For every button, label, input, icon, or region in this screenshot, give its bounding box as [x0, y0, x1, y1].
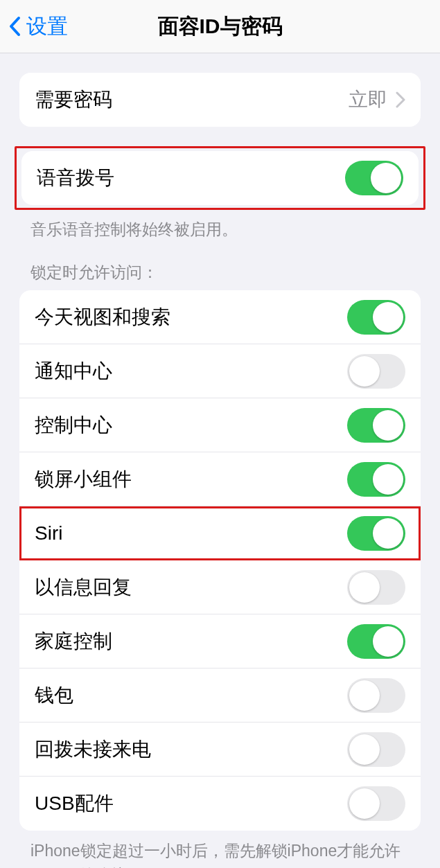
toggle-knob: [349, 788, 380, 819]
toggle-switch[interactable]: [347, 678, 405, 713]
lock-access-header: 锁定时允许访问：: [30, 262, 410, 283]
require-passcode-value: 立即: [349, 87, 387, 113]
list-item: Siri: [19, 506, 421, 560]
require-passcode-row[interactable]: 需要密码 立即: [19, 73, 421, 127]
toggle-knob: [349, 356, 380, 387]
navigation-bar: 设置 面容ID与密码: [0, 0, 440, 53]
back-label: 设置: [26, 12, 68, 41]
toggle-switch[interactable]: [347, 732, 405, 767]
chevron-right-icon: [396, 91, 405, 108]
passcode-group: 需要密码 立即: [19, 73, 421, 127]
lock-access-footer: iPhone锁定超过一小时后，需先解锁iPhone才能允许USB配件连接。: [30, 839, 410, 868]
list-item-label: Siri: [35, 522, 62, 544]
toggle-switch[interactable]: [347, 462, 405, 497]
list-item: 回拨未接来电: [19, 723, 421, 777]
toggle-switch[interactable]: [347, 354, 405, 389]
toggle-switch[interactable]: [347, 408, 405, 443]
lock-access-group: 今天视图和搜索通知中心控制中心锁屏小组件Siri以信息回复家庭控制钱包回拨未接来…: [19, 290, 421, 831]
list-item: USB配件: [19, 777, 421, 831]
toggle-knob: [349, 680, 380, 711]
chevron-left-icon: [8, 16, 22, 37]
toggle-switch[interactable]: [347, 570, 405, 605]
voice-dial-group: 语音拨号: [21, 151, 419, 205]
list-item-label: 今天视图和搜索: [35, 304, 170, 330]
voice-dial-label: 语音拨号: [37, 165, 114, 191]
list-item-label: 锁屏小组件: [35, 466, 132, 493]
voice-dial-row: 语音拨号: [21, 151, 419, 205]
voice-dial-footer: 音乐语音控制将始终被启用。: [30, 218, 410, 241]
list-item-label: 通知中心: [35, 358, 112, 384]
list-item-label: 控制中心: [35, 412, 112, 439]
toggle-knob: [371, 163, 401, 193]
toggle-knob: [373, 302, 403, 333]
toggle-knob: [373, 518, 403, 549]
list-item: 控制中心: [19, 398, 421, 452]
toggle-knob: [373, 410, 403, 441]
require-passcode-label: 需要密码: [35, 87, 112, 113]
toggle-knob: [373, 464, 403, 495]
toggle-knob: [349, 734, 380, 765]
list-item-label: USB配件: [35, 790, 114, 817]
voice-dial-highlight: 语音拨号: [15, 146, 425, 210]
toggle-switch[interactable]: [347, 300, 405, 335]
list-item: 以信息回复: [19, 560, 421, 614]
list-item-label: 家庭控制: [35, 628, 112, 655]
list-item-label: 回拨未接来电: [35, 736, 151, 763]
toggle-switch[interactable]: [347, 786, 405, 821]
list-item: 通知中心: [19, 344, 421, 398]
voice-dial-toggle[interactable]: [345, 161, 403, 195]
toggle-knob: [373, 626, 403, 657]
toggle-switch[interactable]: [347, 516, 405, 551]
toggle-knob: [349, 572, 380, 603]
list-item: 家庭控制: [19, 614, 421, 668]
list-item: 钱包: [19, 668, 421, 723]
back-button[interactable]: 设置: [8, 12, 68, 41]
list-item: 今天视图和搜索: [19, 290, 421, 344]
toggle-switch[interactable]: [347, 624, 405, 659]
list-item: 锁屏小组件: [19, 452, 421, 506]
list-item-label: 钱包: [35, 682, 73, 709]
list-item-label: 以信息回复: [35, 574, 132, 601]
